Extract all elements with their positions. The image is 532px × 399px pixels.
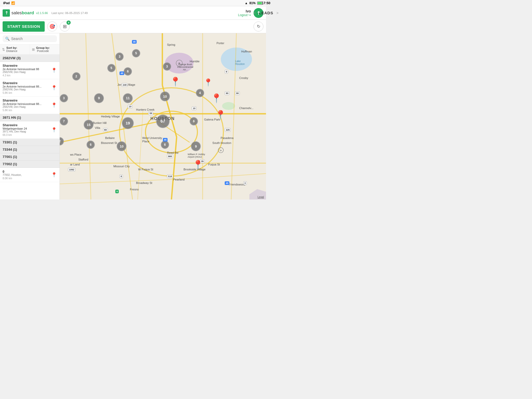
battery-percent: 81% [249, 1, 256, 5]
postcode-group-header: 77001 (1) [0, 153, 59, 161]
logout-button[interactable]: Logout ↪ [238, 13, 251, 17]
status-bar: iPad 📶 17:50 ▲ 81% [0, 0, 266, 6]
sync-info: Last sync: 06-05-2015 17:49 [51, 11, 238, 15]
cluster-marker[interactable]: 3 [115, 52, 124, 61]
group-by-button[interactable]: ⊞ Group by: Postcode [30, 44, 59, 54]
map-pin-marker[interactable]: 📍 [204, 78, 213, 87]
cluster-marker[interactable]: 9 [94, 93, 104, 103]
cluster-marker[interactable]: 9 [191, 141, 201, 151]
cluster-marker[interactable]: 6 [124, 67, 132, 76]
map-pin-icon: 📍 [51, 68, 57, 73]
cluster-marker[interactable]: 2 [72, 72, 81, 81]
postcode-group-header: 77002 (1) [0, 161, 59, 168]
cluster-marker[interactable]: 5 [107, 64, 116, 72]
search-box: 🔍 [0, 33, 59, 44]
refresh-icon: ↻ [257, 24, 260, 29]
postcode-group-header: 73301 (1) [0, 139, 59, 146]
sort-group: ⇅ Sort by: Distance ⊞ Group by: Postcode [0, 44, 59, 55]
logo-box: ↗ [3, 9, 10, 17]
svg-point-1 [221, 48, 252, 71]
logout-icon: ↪ [248, 13, 251, 17]
map-pin-green-icon: 📍 [51, 102, 57, 108]
layers-icon-button[interactable]: ⊞ 9 [60, 22, 70, 31]
list-item[interactable]: Sharewire Welgelegenlaan 24 3971 HN, Den… [0, 121, 59, 139]
legal-link[interactable]: Legal [258, 196, 264, 198]
sort-by-button[interactable]: ⇅ Sort by: Distance [0, 44, 30, 54]
map-pin-marker[interactable]: 📍 [192, 159, 203, 170]
cluster-marker[interactable]: 5 [132, 49, 140, 57]
cluster-marker[interactable]: 67 [156, 115, 170, 128]
cluster-marker[interactable]: 7 [60, 117, 68, 125]
cluster-marker[interactable]: 15 [84, 120, 94, 130]
postcode-group-header: 73344 (1) [0, 146, 59, 153]
status-right: ▲ 81% [245, 1, 263, 5]
postcode-group-header: 2582VW (3) [0, 55, 59, 62]
map-pin-marker[interactable]: 📍 [215, 110, 226, 120]
layers-badge: 9 [66, 21, 71, 25]
cluster-marker[interactable]: 10 [160, 91, 170, 101]
sidebar: 🔍 ⇅ Sort by: Distance ⊞ Group by: Postco… [0, 33, 60, 200]
toolbar: START SESSION 🎯 ⊞ 9 ↻ [0, 20, 266, 33]
logo-area: ↗ salesboard v2.1.5.66 [3, 9, 48, 17]
target-icon: 🎯 [49, 24, 55, 29]
svg-text:✈: ✈ [220, 149, 222, 152]
map-pin-icon: 📍 [51, 85, 57, 91]
cluster-marker[interactable]: 3 [60, 94, 68, 102]
cluster-marker[interactable]: 19 [122, 117, 134, 129]
search-icon: 🔍 [5, 37, 10, 41]
map-pin-icon: 📍 [51, 172, 57, 178]
main-content: 🔍 ⇅ Sort by: Distance ⊞ Group by: Postco… [0, 33, 266, 200]
ipad-label: iPad [3, 1, 10, 5]
user-info: Ivo Logout ↪ [238, 9, 251, 17]
map-area[interactable]: ✈ ✈ 355632391110471519676261069 📍📍📍📍📍 Sp… [60, 33, 266, 200]
list-item[interactable]: Sharewire 2e Antoinie heinsiusstraat 88.… [0, 79, 59, 97]
postcode-group-header: 3971 HN (1) [0, 114, 59, 121]
location-icon: ▲ [245, 1, 248, 5]
search-input[interactable] [11, 37, 54, 41]
cluster-marker[interactable]: 11 [123, 93, 133, 103]
map-pin-icon: 📍 [51, 127, 57, 133]
user-name: Ivo [238, 9, 251, 13]
map-pin-marker[interactable]: 📍 [170, 76, 181, 87]
battery-icon [257, 2, 263, 5]
header-right: Ivo Logout ↪ ↗ [238, 8, 263, 18]
layers-icon: ⊞ [63, 24, 67, 29]
status-left: iPad 📶 [3, 1, 15, 5]
cluster-marker[interactable]: 6 [161, 141, 169, 149]
list-item[interactable]: 0 77002, Houston, 8.0K km 📍 [0, 168, 59, 182]
app-header: ↗ salesboard v2.1.5.66 Last sync: 06-05-… [0, 6, 266, 20]
start-session-button[interactable]: START SESSION [3, 21, 45, 32]
list-item[interactable]: Sharewire 2e Antoinie heinsiusstraat 88 … [0, 62, 59, 79]
svg-text:✈: ✈ [178, 62, 181, 65]
target-icon-button[interactable]: 🎯 [47, 22, 57, 31]
refresh-button[interactable]: ↻ [254, 22, 263, 31]
svg-point-4 [222, 102, 235, 110]
logo-text: salesboard [11, 10, 34, 16]
wifi-icon: 📶 [11, 1, 15, 5]
search-input-wrap[interactable]: 🔍 [3, 35, 57, 42]
sidebar-list: 2582VW (3) Sharewire 2e Antoinie heinsiu… [0, 55, 59, 200]
map-pin-marker[interactable]: 📍 [211, 93, 222, 103]
nav-prev-button[interactable]: < [254, 11, 256, 15]
group-icon: ⊞ [32, 48, 35, 51]
sort-icon: ⇅ [2, 48, 5, 51]
cluster-marker[interactable]: 3 [163, 62, 171, 71]
list-item[interactable]: Sharewire 2e Antoinie heinsiusstraat 88.… [0, 97, 59, 114]
cluster-marker[interactable]: 6 [87, 141, 95, 149]
logo-icon: ↗ [3, 10, 9, 16]
logo-version: v2.1.5.66 [36, 11, 48, 15]
